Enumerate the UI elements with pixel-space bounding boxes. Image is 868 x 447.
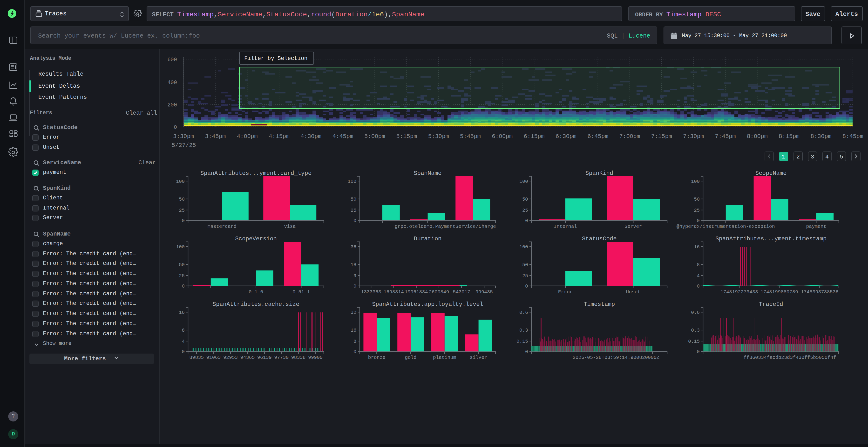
svg-text:4: 4: [182, 339, 185, 344]
svg-text:4: 4: [697, 273, 700, 279]
svg-text:16: 16: [350, 328, 356, 333]
svg-text:25: 25: [179, 273, 185, 279]
svg-text:silver: silver: [470, 355, 487, 360]
svg-text:25: 25: [350, 208, 356, 213]
svg-text:visa: visa: [284, 224, 296, 229]
svg-text:grpc.oteldemo.PaymentService/C: grpc.oteldemo.PaymentService/Charge: [395, 224, 496, 229]
svg-text:0.1.0: 0.1.0: [249, 289, 263, 295]
svg-text:50: 50: [522, 262, 528, 268]
svg-text:25: 25: [179, 208, 185, 213]
svg-text:2: 2: [796, 153, 800, 160]
svg-text:100: 100: [519, 179, 528, 184]
svg-text:Server: Server: [624, 224, 642, 229]
svg-text:9: 9: [353, 273, 356, 279]
svg-text:5:30pm: 5:30pm: [428, 133, 449, 140]
svg-text:19961834: 19961834: [405, 289, 428, 295]
svg-text:4:30pm: 4:30pm: [301, 133, 321, 140]
svg-text:5:00pm: 5:00pm: [364, 133, 385, 140]
svg-text:50: 50: [522, 197, 528, 202]
svg-text:0: 0: [525, 349, 528, 354]
svg-text:Internal: Internal: [554, 224, 577, 229]
svg-text:0: 0: [174, 125, 177, 131]
svg-text:Error: Error: [558, 289, 572, 295]
svg-text:16: 16: [694, 244, 700, 250]
svg-text:7:15pm: 7:15pm: [651, 133, 672, 140]
svg-text:99900: 99900: [308, 355, 322, 360]
svg-text:3:30pm: 3:30pm: [173, 133, 194, 140]
svg-text:SpanAttributes...yment.timesta: SpanAttributes...yment.timestamp: [715, 236, 827, 242]
svg-text:SpanName: SpanName: [414, 170, 441, 176]
svg-text:0: 0: [182, 218, 185, 224]
svg-text:16: 16: [179, 310, 185, 315]
svg-text:Timestamp: Timestamp: [584, 301, 615, 308]
svg-text:1748199880789: 1748199880789: [761, 289, 798, 295]
svg-text:25: 25: [694, 208, 700, 213]
svg-text:100: 100: [176, 179, 185, 184]
svg-text:98338: 98338: [291, 355, 306, 360]
svg-text:96139: 96139: [257, 355, 272, 360]
svg-text:4:00pm: 4:00pm: [237, 133, 257, 140]
svg-text:8: 8: [353, 339, 356, 344]
svg-text:97730: 97730: [274, 355, 289, 360]
svg-text:Unset: Unset: [626, 289, 641, 295]
svg-text:0: 0: [697, 349, 700, 354]
svg-text:6:45pm: 6:45pm: [587, 133, 608, 140]
svg-text:6:00pm: 6:00pm: [492, 133, 513, 140]
svg-text:0: 0: [353, 283, 356, 289]
svg-text:1333363: 1333363: [361, 289, 381, 295]
svg-text:0.51.1: 0.51.1: [292, 289, 310, 295]
svg-text:8:30pm: 8:30pm: [811, 133, 831, 140]
svg-text:25: 25: [522, 208, 528, 213]
svg-text:36: 36: [350, 244, 356, 250]
svg-text:TraceId: TraceId: [759, 301, 783, 308]
svg-text:0.15: 0.15: [517, 339, 528, 344]
svg-text:0: 0: [697, 283, 700, 289]
svg-text:543017: 543017: [453, 289, 470, 295]
svg-text:1748393738536: 1748393738536: [801, 289, 838, 295]
svg-text:50: 50: [179, 262, 185, 268]
svg-text:0.6: 0.6: [691, 310, 700, 315]
svg-text:1748192273433: 1748192273433: [720, 289, 758, 295]
svg-text:@hyperdx/instrumentation-excep: @hyperdx/instrumentation-exception: [677, 224, 775, 229]
svg-text:Filter by Selection: Filter by Selection: [244, 56, 307, 62]
svg-text:25: 25: [522, 273, 528, 279]
svg-text:8: 8: [697, 262, 700, 268]
svg-text:6:15pm: 6:15pm: [524, 133, 545, 140]
svg-text:400: 400: [167, 80, 177, 86]
svg-text:bronze: bronze: [368, 355, 385, 360]
svg-text:3: 3: [811, 153, 814, 160]
svg-text:89835: 89835: [189, 355, 204, 360]
svg-text:payment: payment: [806, 224, 826, 229]
svg-text:8:15pm: 8:15pm: [779, 133, 800, 140]
svg-text:92953: 92953: [223, 355, 238, 360]
svg-text:7:00pm: 7:00pm: [619, 133, 640, 140]
svg-text:0: 0: [353, 349, 356, 354]
svg-text:4:15pm: 4:15pm: [269, 133, 289, 140]
svg-text:100: 100: [176, 244, 185, 250]
svg-text:50: 50: [350, 197, 356, 202]
svg-text:ScopeName: ScopeName: [755, 170, 787, 176]
svg-text:0: 0: [182, 283, 185, 289]
svg-text:4: 4: [825, 153, 829, 160]
svg-text:SpanKind: SpanKind: [585, 170, 613, 176]
svg-text:2600849: 2600849: [429, 289, 449, 295]
svg-text:3:45pm: 3:45pm: [205, 133, 226, 140]
svg-text:5/27/25: 5/27/25: [172, 142, 196, 148]
svg-text:7:30pm: 7:30pm: [683, 133, 704, 140]
svg-text:platinum: platinum: [433, 355, 456, 360]
svg-text:0: 0: [525, 218, 528, 224]
svg-text:1698314: 1698314: [383, 289, 404, 295]
svg-text:5:45pm: 5:45pm: [460, 133, 481, 140]
svg-text:7:45pm: 7:45pm: [715, 133, 736, 140]
svg-text:100: 100: [691, 179, 700, 184]
svg-text:0.3: 0.3: [519, 328, 528, 333]
svg-text:1: 1: [782, 153, 785, 160]
svg-text:6:30pm: 6:30pm: [556, 133, 576, 140]
svg-text:SpanAttributes...yment.card_ty: SpanAttributes...yment.card_type: [200, 170, 311, 176]
svg-text:0.15: 0.15: [688, 339, 700, 344]
svg-text:8:45pm: 8:45pm: [842, 133, 863, 140]
svg-text:94365: 94365: [240, 355, 255, 360]
svg-text:SpanAttributes.app.loyalty.lev: SpanAttributes.app.loyalty.level: [372, 301, 483, 308]
svg-text:8:00pm: 8:00pm: [747, 133, 768, 140]
svg-text:ff860334facdb23d3f430ff5b5050f: ff860334facdb23d3f430ff5b5050f4f: [744, 355, 836, 360]
